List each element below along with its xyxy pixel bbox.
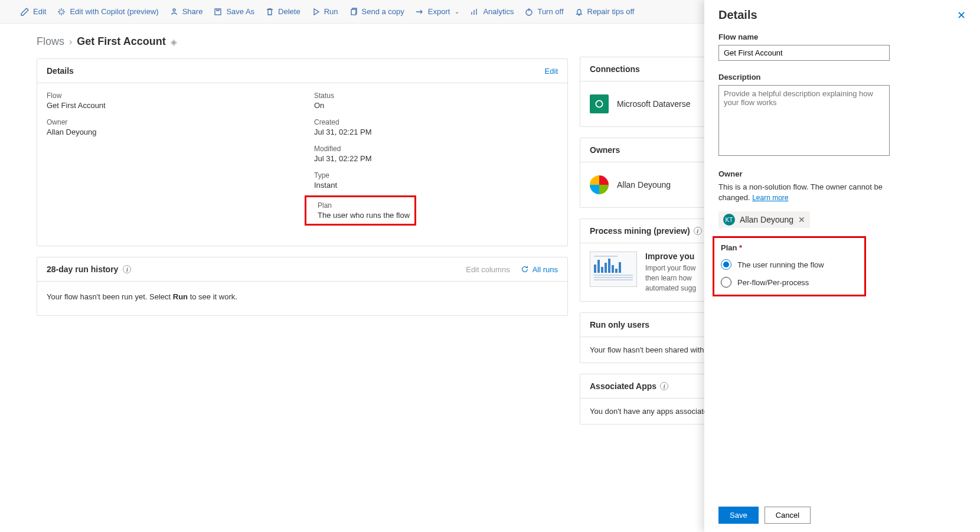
all-runs-label: All runs (533, 265, 558, 274)
learn-more-link[interactable]: Learn more (752, 194, 788, 202)
toolbar-delete[interactable]: Delete (265, 7, 300, 17)
toolbar-export[interactable]: Export ⌄ (415, 7, 460, 17)
toolbar-run[interactable]: Run (311, 7, 338, 17)
flowname-label: Flow name (718, 32, 966, 41)
cancel-button[interactable]: Cancel (765, 507, 811, 524)
info-icon[interactable]: i (660, 382, 668, 390)
svg-point-4 (596, 100, 602, 107)
toolbar-delete-label: Delete (278, 7, 300, 16)
details-card: Details Edit Flow Get First Account Owne… (37, 58, 568, 246)
save-icon (213, 7, 223, 17)
toolbar-edit-label: Edit (33, 7, 46, 16)
svg-rect-2 (351, 9, 356, 15)
premium-icon: ◈ (171, 37, 177, 47)
toolbar-analytics[interactable]: Analytics (470, 7, 514, 17)
details-panel: Details ✕ Flow name Description Owner Th… (704, 0, 980, 532)
toolbar-share-label: Share (182, 7, 203, 16)
owner-avatar-icon (590, 175, 609, 194)
created-value: Jul 31, 02:21 PM (314, 128, 558, 136)
flow-label: Flow (47, 92, 290, 100)
toolbar-edit-copilot-label: Edit with Copilot (preview) (70, 7, 158, 16)
bell-icon (574, 7, 584, 17)
owner-chip-remove-icon[interactable]: ✕ (798, 215, 805, 224)
toolbar-edit-copilot[interactable]: Edit with Copilot (preview) (57, 7, 158, 17)
breadcrumb-current: Get First Account (77, 35, 165, 48)
info-icon[interactable]: i (694, 227, 702, 235)
copy-icon (349, 7, 358, 17)
pencil-icon (20, 7, 30, 17)
toolbar-analytics-label: Analytics (483, 7, 514, 16)
play-icon (311, 7, 321, 17)
chart-icon (470, 7, 479, 17)
close-icon[interactable]: ✕ (957, 9, 966, 22)
modified-label: Modified (314, 145, 558, 153)
created-label: Created (314, 118, 558, 126)
highlight-plan-panel-box (713, 236, 866, 296)
chevron-down-icon: ⌄ (455, 8, 459, 15)
pm-line3: automated sugg (645, 284, 696, 292)
process-mining-title: Process mining (preview) (590, 226, 690, 236)
status-value: On (314, 101, 558, 110)
owner-note-text: This is a non-solution flow. The owner c… (718, 182, 883, 202)
process-mining-heading: Improve you (645, 252, 696, 261)
toolbar-saveas[interactable]: Save As (213, 7, 254, 17)
export-icon (415, 7, 424, 17)
toolbar-export-label: Export (428, 7, 450, 16)
save-button[interactable]: Save (718, 507, 759, 524)
owner-chip: KT Allan Deyoung ✕ (718, 211, 810, 228)
toolbar-saveas-label: Save As (226, 7, 254, 16)
owner-name: Allan Deyoung (617, 180, 671, 190)
owner-chip-avatar: KT (723, 214, 735, 226)
run-history-card: 28-day run history i Edit columns All ru… (37, 257, 568, 316)
sparkle-icon (57, 7, 66, 17)
history-empty-c: to see it work. (188, 292, 237, 301)
toolbar-repairtips[interactable]: Repair tips off (574, 7, 635, 17)
power-icon (524, 7, 534, 17)
share-icon (169, 7, 179, 17)
owner-section-label: Owner (718, 169, 966, 178)
history-empty-text: Your flow hasn't been run yet. Select Ru… (37, 282, 567, 315)
toolbar-repairtips-label: Repair tips off (587, 7, 635, 16)
process-mining-thumb (590, 252, 637, 287)
history-empty-b: Run (173, 292, 188, 301)
history-title: 28-day run history (47, 265, 118, 274)
trash-icon (265, 7, 275, 17)
connection-label: Microsoft Dataverse (617, 99, 690, 109)
status-label: Status (314, 92, 558, 100)
description-label: Description (718, 73, 966, 81)
type-value: Instant (314, 181, 558, 190)
info-icon[interactable]: i (123, 265, 131, 273)
refresh-icon (521, 265, 529, 273)
toolbar-sendcopy[interactable]: Send a copy (349, 7, 404, 17)
toolbar-share[interactable]: Share (169, 7, 203, 17)
dataverse-icon (590, 94, 609, 113)
all-runs-link[interactable]: All runs (521, 265, 558, 274)
panel-title: Details (718, 8, 757, 22)
toolbar-run-label: Run (324, 7, 338, 16)
details-edit-link[interactable]: Edit (545, 67, 558, 76)
pm-line1: Import your flow (645, 264, 695, 272)
owner-value: Allan Deyoung (47, 128, 290, 136)
flow-value: Get First Account (47, 101, 290, 110)
breadcrumb: Flows › Get First Account ◈ (37, 35, 568, 48)
description-textarea[interactable] (718, 85, 890, 156)
breadcrumb-root[interactable]: Flows (37, 35, 64, 48)
flowname-input[interactable] (718, 45, 890, 61)
toolbar-turnoff-label: Turn off (537, 7, 563, 16)
pm-line2: then learn how (645, 274, 692, 282)
toolbar-edit[interactable]: Edit (20, 7, 46, 17)
svg-point-0 (173, 9, 175, 11)
owner-label: Owner (47, 118, 290, 126)
history-empty-a: Your flow hasn't been run yet. Select (47, 292, 173, 301)
toolbar-turnoff[interactable]: Turn off (524, 7, 563, 17)
svg-rect-1 (215, 9, 221, 15)
highlight-plan-box (305, 195, 416, 226)
edit-columns[interactable]: Edit columns (466, 265, 509, 274)
toolbar-sendcopy-label: Send a copy (362, 7, 404, 16)
chevron-right-icon: › (69, 37, 72, 47)
owner-chip-name: Allan Deyoung (740, 215, 793, 224)
associated-apps-title: Associated Apps (590, 381, 656, 391)
modified-value: Jul 31, 02:22 PM (314, 154, 558, 163)
details-card-title: Details (47, 66, 74, 76)
type-label: Type (314, 171, 558, 179)
